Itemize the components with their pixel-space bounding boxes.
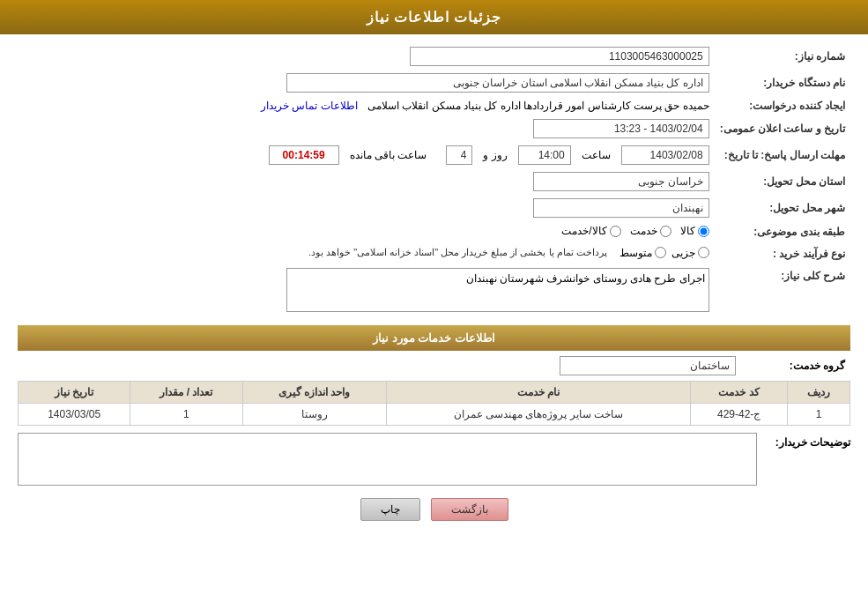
general-desc-label: شرح کلی نیاز: — [715, 264, 850, 318]
city-label: شهر محل تحویل: — [715, 195, 850, 221]
creator-link[interactable]: اطلاعات تماس خریدار — [261, 100, 358, 112]
col-quantity: تعداد / مقدار — [130, 382, 242, 404]
category-row: طبقه بندی موضوعی: کالا خدمت کالا/خدمت — [18, 221, 850, 243]
purchase-type-note: پرداخت تمام یا بخشی از مبلغ خریدار محل "… — [308, 247, 607, 258]
announce-date-value — [18, 115, 715, 142]
province-value — [18, 168, 715, 195]
response-remaining-timer: 00:14:59 — [269, 145, 339, 165]
cell-service-code: ج-42-429 — [691, 404, 788, 426]
province-label: استان محل تحویل: — [715, 168, 850, 195]
time-label: ساعت — [582, 149, 611, 161]
page-wrapper: جزئیات اطلاعات نیاز شماره نیاز: نام دستگ… — [0, 0, 868, 609]
cell-service-name: ساخت سایر پروژه‌های مهندسی عمران — [386, 404, 691, 426]
need-number-row: شماره نیاز: — [18, 43, 850, 70]
category-khedmat[interactable]: خدمت — [630, 225, 671, 237]
general-desc-value: اجرای طرح هادی روستای خوانشرف شهرستان نه… — [18, 264, 715, 318]
back-button[interactable]: بازگشت — [431, 498, 508, 521]
buyer-desc-label: توضیحات خریدار: — [762, 433, 850, 449]
buyer-org-label: نام دستگاه خریدار: — [715, 70, 850, 96]
cell-unit: روستا — [242, 404, 386, 426]
city-input[interactable] — [533, 198, 709, 218]
remaining-label: ساعت باقی مانده — [350, 149, 427, 161]
category-kala-khedmat[interactable]: کالا/خدمت — [561, 225, 620, 237]
response-time-input[interactable] — [518, 145, 571, 165]
response-deadline-row: مهلت ارسال پاسخ: تا تاریخ: ساعت روز و سا… — [18, 142, 850, 168]
purchase-type-value: جزیی متوسط پرداخت تمام یا بخشی از مبلغ خ… — [18, 243, 715, 265]
category-label: طبقه بندی موضوعی: — [715, 221, 850, 243]
buyer-desc-section: توضیحات خریدار: — [18, 433, 850, 486]
table-row: 1 ج-42-429 ساخت سایر پروژه‌های مهندسی عم… — [19, 404, 850, 426]
col-service-name: نام خدمت — [386, 382, 691, 404]
purchase-type-label: نوع فرآیند خرید : — [715, 243, 850, 265]
services-table-header-row: ردیف کد خدمت نام خدمت واحد اندازه گیری ت… — [19, 382, 850, 404]
page-title: جزئیات اطلاعات نیاز — [367, 10, 502, 25]
province-input[interactable] — [533, 172, 709, 191]
category-kala[interactable]: کالا — [680, 225, 709, 237]
response-deadline-label: مهلت ارسال پاسخ: تا تاریخ: — [715, 142, 850, 168]
cell-quantity: 1 — [130, 404, 242, 426]
creator-row: ایجاد کننده درخواست: حمیده حق پرست کارشن… — [18, 96, 850, 115]
general-desc-textarea[interactable]: اجرای طرح هادی روستای خوانشرف شهرستان نه… — [286, 268, 709, 312]
response-deadline-value: ساعت روز و ساعت باقی مانده 00:14:59 — [18, 142, 715, 168]
page-header: جزئیات اطلاعات نیاز — [0, 0, 868, 34]
need-number-input[interactable] — [410, 47, 709, 66]
purchase-type-row: نوع فرآیند خرید : جزیی متوسط پرداخت تمام… — [18, 243, 850, 265]
creator-value: حمیده حق پرست کارشناس امور قراردادها ادا… — [18, 96, 715, 115]
cell-date: 1403/03/05 — [19, 404, 130, 426]
announce-date-input[interactable] — [533, 119, 709, 138]
province-row: استان محل تحویل: — [18, 168, 850, 195]
creator-label: ایجاد کننده درخواست: — [715, 96, 850, 115]
info-table: شماره نیاز: نام دستگاه خریدار: ایجاد کنن… — [18, 43, 850, 318]
announce-date-label: تاریخ و ساعت اعلان عمومی: — [715, 115, 850, 142]
main-content: شماره نیاز: نام دستگاه خریدار: ایجاد کنن… — [0, 34, 868, 537]
cell-row-num: 1 — [787, 404, 849, 426]
category-options: کالا خدمت کالا/خدمت — [18, 221, 715, 243]
services-section-title: اطلاعات خدمات مورد نیاز — [18, 325, 850, 351]
response-date-input[interactable] — [621, 145, 709, 165]
announce-date-row: تاریخ و ساعت اعلان عمومی: — [18, 115, 850, 142]
print-button[interactable]: چاپ — [360, 498, 420, 521]
services-table: ردیف کد خدمت نام خدمت واحد اندازه گیری ت… — [18, 381, 850, 426]
buyer-desc-textarea[interactable] — [18, 433, 757, 486]
need-number-value — [18, 43, 715, 70]
service-group-input[interactable] — [560, 356, 736, 375]
service-group-label: گروه خدمت: — [736, 356, 850, 375]
service-group-row: گروه خدمت: — [18, 356, 850, 375]
buyer-org-row: نام دستگاه خریدار: — [18, 70, 850, 96]
col-unit: واحد اندازه گیری — [242, 382, 386, 404]
purchase-type-motavaset[interactable]: متوسط — [619, 247, 666, 259]
city-row: شهر محل تحویل: — [18, 195, 850, 221]
col-date: تاریخ نیاز — [19, 382, 130, 404]
buyer-org-value — [18, 70, 715, 96]
days-label: روز و — [483, 149, 507, 161]
button-row: بازگشت چاپ — [18, 498, 850, 521]
city-value — [18, 195, 715, 221]
buyer-org-input[interactable] — [286, 73, 709, 93]
purchase-type-jozyi[interactable]: جزیی — [671, 247, 709, 259]
need-number-label: شماره نیاز: — [715, 43, 850, 70]
col-row-num: ردیف — [787, 382, 849, 404]
col-service-code: کد خدمت — [691, 382, 788, 404]
creator-name: حمیده حق پرست کارشناس امور قراردادها ادا… — [367, 100, 709, 112]
general-desc-row: شرح کلی نیاز: اجرای طرح هادی روستای خوان… — [18, 264, 850, 318]
response-days-input[interactable] — [446, 145, 472, 165]
